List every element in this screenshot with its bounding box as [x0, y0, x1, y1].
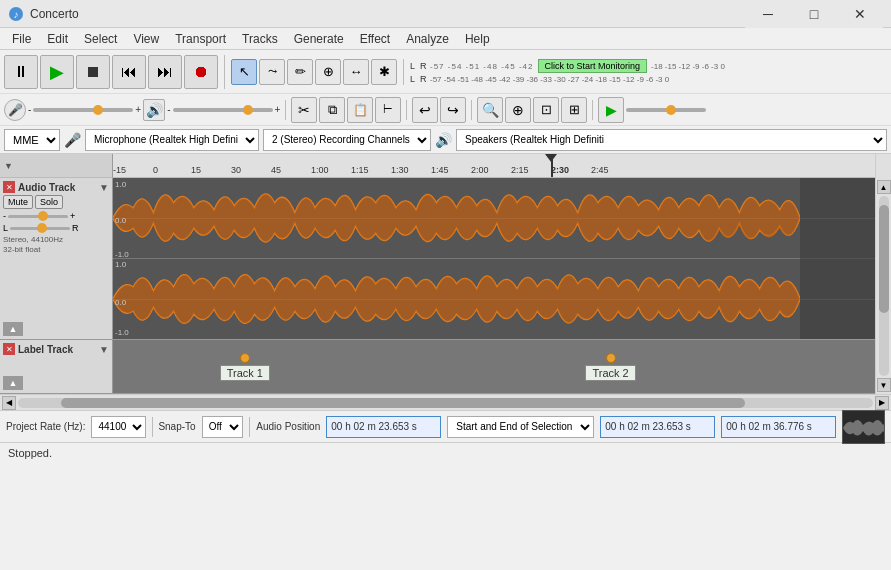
device-row: MME 🎤 Microphone (Realtek High Defini 2 … — [0, 126, 891, 154]
audio-track-name: Audio Track — [18, 182, 96, 193]
menu-view[interactable]: View — [125, 30, 167, 48]
snap-to-select[interactable]: Off — [202, 416, 244, 438]
stop-button[interactable]: ⏹ — [76, 55, 110, 89]
solo-button[interactable]: Solo — [35, 195, 63, 209]
sel-type-select[interactable]: Start and End of Selection — [447, 416, 594, 438]
sel-end-input[interactable] — [721, 416, 836, 438]
multi-tool-button[interactable]: ✱ — [371, 59, 397, 85]
vscroll-thumb[interactable] — [879, 205, 889, 313]
menubar: File Edit Select View Transport Tracks G… — [0, 28, 891, 50]
app-icon: ♪ — [8, 6, 24, 22]
vscroll-track[interactable] — [879, 196, 889, 376]
tool-buttons: ↖ ⤳ ✏ ⊕ ↔ ✱ — [231, 59, 404, 85]
speed-slider[interactable] — [626, 108, 706, 112]
menu-effect[interactable]: Effect — [352, 30, 398, 48]
pause-button[interactable]: ⏸ — [4, 55, 38, 89]
track-expand-button[interactable]: ▲ — [3, 322, 23, 336]
label-1-text[interactable]: Track 1 — [220, 365, 270, 381]
zoom-out-button[interactable]: 🔍 — [477, 97, 503, 123]
menu-analyze[interactable]: Analyze — [398, 30, 457, 48]
undo-button[interactable]: ↩ — [412, 97, 438, 123]
play-speed-button[interactable]: ▶ — [598, 97, 624, 123]
trim-button[interactable]: ⊢ — [375, 97, 401, 123]
cut-button[interactable]: ✂ — [291, 97, 317, 123]
monitor-button[interactable]: Click to Start Monitoring — [538, 59, 648, 73]
audio-host-select[interactable]: MME — [4, 129, 60, 151]
mini-waveform-thumbnail — [842, 410, 885, 444]
label-track-content[interactable]: Track 1 Track 2 — [113, 340, 875, 393]
bottom-controls: Project Rate (Hz): 44100 Snap-To Off Aud… — [0, 410, 891, 442]
audio-pos-label: Audio Position — [256, 421, 320, 432]
zoom-fit-button[interactable]: ⊡ — [533, 97, 559, 123]
menu-edit[interactable]: Edit — [39, 30, 76, 48]
level-slider[interactable] — [33, 108, 133, 112]
waveform-top — [113, 178, 800, 258]
hscroll-left-button[interactable]: ◀ — [2, 396, 16, 410]
envelope-tool-button[interactable]: ⤳ — [259, 59, 285, 85]
maximize-button[interactable]: □ — [791, 0, 837, 28]
speaker-button[interactable]: 🔊 — [143, 99, 165, 121]
main-area: ✕ Audio Track ▼ Mute Solo - + L — [0, 178, 891, 394]
audio-track-arrow[interactable]: ▼ — [99, 182, 109, 193]
zoom-sel-button[interactable]: ⊞ — [561, 97, 587, 123]
menu-transport[interactable]: Transport — [167, 30, 234, 48]
close-button[interactable]: ✕ — [837, 0, 883, 28]
hscroll-track[interactable] — [18, 398, 873, 408]
gain-slider[interactable] — [8, 215, 68, 218]
label-track-close[interactable]: ✕ — [3, 343, 15, 355]
mute-button[interactable]: Mute — [3, 195, 33, 209]
level-plus: + — [135, 104, 141, 115]
label-track-name: Label Track — [18, 344, 96, 355]
menu-help[interactable]: Help — [457, 30, 498, 48]
selection-overlay — [800, 178, 875, 339]
record-button[interactable]: ⏺ — [184, 55, 218, 89]
prev-button[interactable]: ⏮ — [112, 55, 146, 89]
label-track-expand[interactable]: ▲ — [3, 376, 23, 390]
menu-generate[interactable]: Generate — [286, 30, 352, 48]
audio-track: ✕ Audio Track ▼ Mute Solo - + L — [0, 178, 875, 340]
status-text: Stopped. — [8, 447, 52, 459]
label-track-header: ✕ Label Track ▼ ▲ — [0, 340, 113, 393]
project-rate-select[interactable]: 44100 — [91, 416, 145, 438]
next-button[interactable]: ⏭ — [148, 55, 182, 89]
vscroll-down-button[interactable]: ▼ — [877, 378, 891, 392]
menu-tracks[interactable]: Tracks — [234, 30, 286, 48]
win-controls: ─ □ ✕ — [745, 0, 883, 28]
audio-track-content[interactable]: 1.0 0.0 -1.0 1.0 0.0 -1.0 — [113, 178, 875, 339]
mic-button[interactable]: 🎤 — [4, 99, 26, 121]
vscroll-up-button[interactable]: ▲ — [877, 180, 891, 194]
minimize-button[interactable]: ─ — [745, 0, 791, 28]
volume-slider[interactable] — [173, 108, 273, 112]
draw-tool-button[interactable]: ✏ — [287, 59, 313, 85]
copy-button[interactable]: ⧉ — [319, 97, 345, 123]
menu-file[interactable]: File — [4, 30, 39, 48]
play-button[interactable]: ▶ — [40, 55, 74, 89]
pan-slider[interactable] — [10, 227, 70, 230]
label-marker-1[interactable]: Track 1 — [220, 353, 270, 381]
label-marker-2[interactable]: Track 2 — [585, 353, 635, 381]
select-tool-button[interactable]: ↖ — [231, 59, 257, 85]
zoom-in-button[interactable]: ⊕ — [505, 97, 531, 123]
channels-select[interactable]: 2 (Stereo) Recording Channels — [263, 129, 431, 151]
audio-position-input[interactable] — [326, 416, 441, 438]
zoom-tool-button[interactable]: ⊕ — [315, 59, 341, 85]
snap-to-label: Snap-To — [158, 421, 195, 432]
audio-track-close[interactable]: ✕ — [3, 181, 15, 193]
track-info: Stereo, 44100Hz32-bit float — [3, 235, 109, 256]
pan-l: L — [3, 223, 8, 233]
output-device-select[interactable]: Speakers (Realtek High Definiti — [456, 129, 887, 151]
tracks-col: ✕ Audio Track ▼ Mute Solo - + L — [0, 178, 875, 394]
hscroll-right-button[interactable]: ▶ — [875, 396, 889, 410]
label-track: ✕ Label Track ▼ ▲ Track 1 Track 2 — [0, 340, 875, 394]
hscroll-thumb[interactable] — [61, 398, 745, 408]
redo-button[interactable]: ↪ — [440, 97, 466, 123]
input-device-select[interactable]: Microphone (Realtek High Defini — [85, 129, 259, 151]
menu-select[interactable]: Select — [76, 30, 125, 48]
label-track-arrow[interactable]: ▼ — [99, 344, 109, 355]
label-2-text[interactable]: Track 2 — [585, 365, 635, 381]
ruler-right[interactable]: -15 0 15 30 45 1:00 1:15 1:30 1:45 2:00 … — [113, 154, 875, 178]
sel-start-input[interactable] — [600, 416, 715, 438]
time-shift-tool-button[interactable]: ↔ — [343, 59, 369, 85]
paste-button[interactable]: 📋 — [347, 97, 373, 123]
level-minus: - — [28, 104, 31, 115]
